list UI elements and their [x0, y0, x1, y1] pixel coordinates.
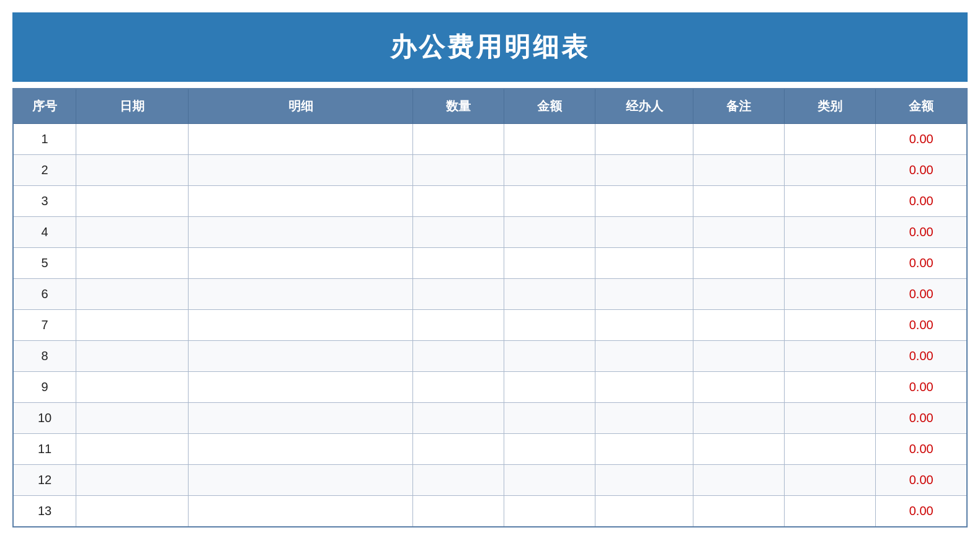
col-seq-cell[interactable]: 7 — [13, 310, 76, 341]
col-seq-cell[interactable]: 12 — [13, 465, 76, 496]
col-type-cell[interactable] — [785, 124, 876, 155]
col-seq-cell[interactable]: 6 — [13, 279, 76, 310]
col-type-cell[interactable] — [785, 341, 876, 372]
col-type-cell[interactable] — [785, 217, 876, 248]
col-date-cell[interactable] — [76, 248, 189, 279]
col-note-cell[interactable] — [693, 465, 785, 496]
col-date-cell[interactable] — [76, 465, 189, 496]
col-amount1-cell[interactable] — [504, 310, 595, 341]
col-amount2-cell[interactable]: 0.00 — [876, 496, 967, 527]
col-amount2-cell[interactable]: 0.00 — [876, 434, 967, 465]
col-amount2-cell[interactable]: 0.00 — [876, 372, 967, 403]
col-amount1-cell[interactable] — [504, 155, 595, 186]
col-note-cell[interactable] — [693, 155, 785, 186]
col-seq-cell[interactable]: 10 — [13, 403, 76, 434]
col-date-cell[interactable] — [76, 341, 189, 372]
col-qty-cell[interactable] — [413, 186, 504, 217]
col-qty-cell[interactable] — [413, 465, 504, 496]
col-date-cell[interactable] — [76, 496, 189, 527]
col-amount2-cell[interactable]: 0.00 — [876, 403, 967, 434]
col-seq-cell[interactable]: 5 — [13, 248, 76, 279]
col-amount1-cell[interactable] — [504, 341, 595, 372]
col-detail-cell[interactable] — [189, 341, 413, 372]
col-type-cell[interactable] — [785, 279, 876, 310]
col-detail-cell[interactable] — [189, 217, 413, 248]
col-qty-cell[interactable] — [413, 310, 504, 341]
col-handler-cell[interactable] — [595, 372, 693, 403]
col-qty-cell[interactable] — [413, 248, 504, 279]
col-seq-cell[interactable]: 4 — [13, 217, 76, 248]
col-amount2-cell[interactable]: 0.00 — [876, 279, 967, 310]
col-qty-cell[interactable] — [413, 434, 504, 465]
col-amount1-cell[interactable] — [504, 465, 595, 496]
col-amount2-cell[interactable]: 0.00 — [876, 124, 967, 155]
col-seq-cell[interactable]: 2 — [13, 155, 76, 186]
col-handler-cell[interactable] — [595, 248, 693, 279]
col-qty-cell[interactable] — [413, 124, 504, 155]
col-date-cell[interactable] — [76, 217, 189, 248]
col-amount2-cell[interactable]: 0.00 — [876, 310, 967, 341]
col-type-cell[interactable] — [785, 372, 876, 403]
col-date-cell[interactable] — [76, 372, 189, 403]
col-handler-cell[interactable] — [595, 310, 693, 341]
col-amount2-cell[interactable]: 0.00 — [876, 248, 967, 279]
col-handler-cell[interactable] — [595, 465, 693, 496]
col-qty-cell[interactable] — [413, 155, 504, 186]
col-note-cell[interactable] — [693, 372, 785, 403]
col-note-cell[interactable] — [693, 279, 785, 310]
col-amount2-cell[interactable]: 0.00 — [876, 341, 967, 372]
col-amount1-cell[interactable] — [504, 434, 595, 465]
col-handler-cell[interactable] — [595, 155, 693, 186]
col-date-cell[interactable] — [76, 434, 189, 465]
col-seq-cell[interactable]: 8 — [13, 341, 76, 372]
col-date-cell[interactable] — [76, 279, 189, 310]
col-date-cell[interactable] — [76, 124, 189, 155]
col-detail-cell[interactable] — [189, 155, 413, 186]
col-amount2-cell[interactable]: 0.00 — [876, 217, 967, 248]
col-detail-cell[interactable] — [189, 403, 413, 434]
col-amount1-cell[interactable] — [504, 248, 595, 279]
col-detail-cell[interactable] — [189, 496, 413, 527]
col-handler-cell[interactable] — [595, 434, 693, 465]
col-note-cell[interactable] — [693, 248, 785, 279]
col-amount1-cell[interactable] — [504, 496, 595, 527]
col-amount1-cell[interactable] — [504, 217, 595, 248]
col-note-cell[interactable] — [693, 310, 785, 341]
col-seq-cell[interactable]: 1 — [13, 124, 76, 155]
col-amount2-cell[interactable]: 0.00 — [876, 186, 967, 217]
col-date-cell[interactable] — [76, 155, 189, 186]
col-detail-cell[interactable] — [189, 310, 413, 341]
col-type-cell[interactable] — [785, 434, 876, 465]
col-type-cell[interactable] — [785, 403, 876, 434]
col-amount1-cell[interactable] — [504, 279, 595, 310]
col-handler-cell[interactable] — [595, 403, 693, 434]
col-note-cell[interactable] — [693, 496, 785, 527]
col-qty-cell[interactable] — [413, 341, 504, 372]
col-type-cell[interactable] — [785, 155, 876, 186]
col-seq-cell[interactable]: 3 — [13, 186, 76, 217]
col-amount2-cell[interactable]: 0.00 — [876, 465, 967, 496]
col-note-cell[interactable] — [693, 341, 785, 372]
col-date-cell[interactable] — [76, 186, 189, 217]
col-date-cell[interactable] — [76, 310, 189, 341]
col-detail-cell[interactable] — [189, 279, 413, 310]
col-amount1-cell[interactable] — [504, 186, 595, 217]
col-handler-cell[interactable] — [595, 496, 693, 527]
col-qty-cell[interactable] — [413, 279, 504, 310]
col-handler-cell[interactable] — [595, 217, 693, 248]
col-type-cell[interactable] — [785, 186, 876, 217]
col-seq-cell[interactable]: 13 — [13, 496, 76, 527]
col-qty-cell[interactable] — [413, 217, 504, 248]
col-qty-cell[interactable] — [413, 403, 504, 434]
col-amount2-cell[interactable]: 0.00 — [876, 155, 967, 186]
col-handler-cell[interactable] — [595, 341, 693, 372]
col-date-cell[interactable] — [76, 403, 189, 434]
col-amount1-cell[interactable] — [504, 403, 595, 434]
col-type-cell[interactable] — [785, 496, 876, 527]
col-detail-cell[interactable] — [189, 372, 413, 403]
col-detail-cell[interactable] — [189, 434, 413, 465]
col-note-cell[interactable] — [693, 186, 785, 217]
col-handler-cell[interactable] — [595, 186, 693, 217]
col-qty-cell[interactable] — [413, 372, 504, 403]
col-type-cell[interactable] — [785, 248, 876, 279]
